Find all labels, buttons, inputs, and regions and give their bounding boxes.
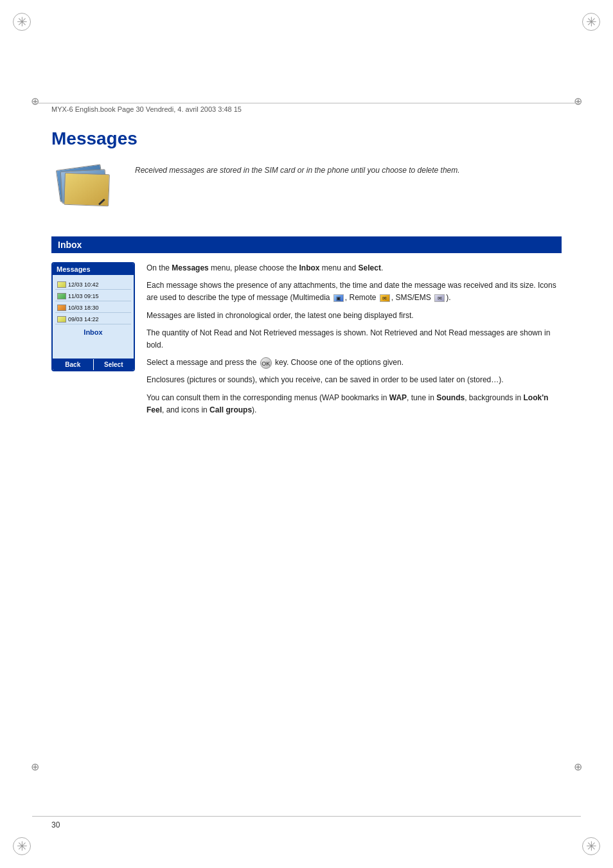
- inbox-menu-bold: Inbox: [299, 263, 320, 272]
- inbox-section: Messages 12/03 10:42 11/03 09:15: [51, 262, 562, 421]
- remote-icon: ✉: [380, 294, 390, 302]
- instruction-p5: Select a message and press the OK key. C…: [147, 357, 562, 369]
- soft-buttons: Back Select: [53, 359, 134, 370]
- inbox-row-1: 12/03 10:42: [55, 280, 131, 290]
- page: ✳ ✳ ✳ ✳ ⊕ ⊕ ⊕ ⊕ MYX-6 English.book Page …: [0, 0, 613, 868]
- border-line-top: [32, 103, 581, 103]
- instruction-text: On the Messages menu, please choose the …: [147, 262, 562, 421]
- stacked-envelopes: [58, 167, 116, 212]
- sounds-bold: Sounds: [436, 393, 465, 402]
- sunburst-icon-tl: ✳: [13, 13, 31, 31]
- inbox-row-text-3: 10/03 18:30: [68, 305, 129, 311]
- reg-mark-bottom-left-outer: ✳: [13, 837, 31, 855]
- intro-text: Received messages are stored in the SIM …: [135, 161, 460, 176]
- reg-mark-bottom-right-outer: ✳: [582, 837, 600, 855]
- sunburst-icon-bl: ✳: [13, 837, 31, 855]
- looknfeel-bold: Look'n Feel: [147, 393, 548, 414]
- phone-mockup: Messages 12/03 10:42 11/03 09:15: [51, 262, 135, 371]
- sms-icon: ✉: [434, 294, 445, 302]
- inbox-row-2: 11/03 09:15: [55, 292, 131, 301]
- pen-icon: [98, 199, 105, 205]
- inbox-row-4: 09/03 14:22: [55, 315, 131, 324]
- msg-icon-2: [57, 293, 66, 299]
- back-button[interactable]: Back: [53, 359, 94, 370]
- messages-menu-bold: Messages: [172, 263, 208, 272]
- callgroups-bold: Call groups: [209, 405, 252, 414]
- multimedia-icon: ▣: [333, 294, 344, 302]
- phone-screen-body: 12/03 10:42 11/03 09:15 10/03 18:30: [53, 275, 134, 359]
- border-line-bottom: [32, 816, 581, 817]
- instruction-p7: You can consult them in the correspondin…: [147, 392, 562, 416]
- crosshair-icon-bl: ⊕: [31, 761, 39, 772]
- msg-icon-3: [57, 305, 66, 311]
- inbox-items: 12/03 10:42 11/03 09:15 10/03 18:30: [55, 278, 131, 327]
- inbox-row-text-2: 11/03 09:15: [68, 293, 129, 299]
- select-bold: Select: [359, 263, 381, 272]
- page-number: 30: [51, 820, 60, 829]
- phone-screen: Messages 12/03 10:42 11/03 09:15: [51, 262, 135, 371]
- select-button[interactable]: Select: [94, 359, 134, 370]
- instruction-p6: Enclosures (pictures or sounds), which y…: [147, 374, 562, 386]
- wap-bold: WAP: [389, 393, 407, 402]
- msg-icon-1: [57, 281, 66, 288]
- phone-screen-title: Messages: [53, 263, 134, 275]
- instruction-p2: Each message shows the presence of any a…: [147, 279, 562, 304]
- reg-mark-top-right-outer: ✳: [582, 13, 600, 31]
- reg-mark-bottom-right-inner: ⊕: [574, 761, 582, 773]
- instruction-p3: Messages are listed in chronological ord…: [147, 310, 562, 322]
- msg-icon-4: [57, 316, 66, 323]
- instruction-p1: On the Messages menu, please choose the …: [147, 262, 562, 274]
- ok-key-icon: OK: [260, 357, 272, 369]
- inbox-row-text-1: 12/03 10:42: [68, 281, 129, 288]
- page-title: Messages: [51, 128, 562, 149]
- messages-illustration: [51, 161, 122, 218]
- file-info-text: MYX-6 English.book Page 30 Vendredi, 4. …: [51, 105, 242, 113]
- inbox-row-3: 10/03 18:30: [55, 303, 131, 313]
- sunburst-icon-br: ✳: [582, 837, 600, 855]
- inbox-label: Inbox: [55, 327, 131, 337]
- crosshair-icon-br: ⊕: [574, 761, 582, 772]
- inbox-section-header: Inbox: [51, 236, 562, 253]
- sunburst-icon-tr: ✳: [582, 13, 600, 31]
- reg-mark-top-left-outer: ✳: [13, 13, 31, 31]
- file-info-bar: MYX-6 English.book Page 30 Vendredi, 4. …: [32, 104, 581, 114]
- msg-card-3: [64, 173, 110, 206]
- intro-section: Received messages are stored in the SIM …: [51, 161, 562, 218]
- instruction-p4: The quantity of Not Read and Not Retriev…: [147, 327, 562, 351]
- reg-mark-bottom-left-inner: ⊕: [31, 761, 39, 773]
- inbox-row-text-4: 09/03 14:22: [68, 316, 129, 323]
- main-content: Messages Received messages are stored in…: [51, 128, 562, 421]
